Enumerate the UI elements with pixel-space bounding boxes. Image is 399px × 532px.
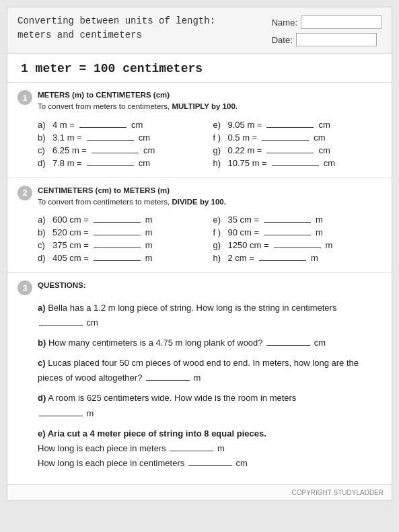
section2-left-col: a) 600 cm = m b) 520 cm = m c) 375 cm = … xyxy=(38,213,207,264)
main-rule: 1 meter = 100 centimeters xyxy=(7,54,392,83)
question-c: c) Lucas placed four 50 cm pieces of woo… xyxy=(38,356,382,385)
section1-header: 1 METERS (m) to CENTIMETERS (cm) To conv… xyxy=(17,89,382,113)
problem-row: d) 7.8 m = cm xyxy=(38,157,207,169)
section-3: 3 QUESTIONS: a) Bella has a 1.2 m long p… xyxy=(7,273,392,485)
q-e-text-bold: e) Aria cut a 4 meter piece of string in… xyxy=(38,426,382,441)
name-label: Name: xyxy=(272,17,297,28)
answer-line xyxy=(264,222,311,223)
answer-line xyxy=(264,235,311,235)
q-a-text: a) Bella has a 1.2 m long piece of strin… xyxy=(38,303,336,328)
answer-line-d xyxy=(39,416,83,416)
section3-desc: QUESTIONS: xyxy=(38,280,86,291)
name-field-row: Name: xyxy=(272,15,382,29)
problem-row: e) 35 cm = m xyxy=(213,213,382,226)
section3-header: 3 QUESTIONS: xyxy=(17,280,382,295)
problem-row: d) 405 cm = m xyxy=(38,252,207,264)
section2-header: 2 CENTIMETERS (cm) to METERS (m) To conv… xyxy=(17,185,382,208)
problem-row: b) 520 cm = m xyxy=(38,226,207,239)
question-e: e) Aria cut a 4 meter piece of string in… xyxy=(38,426,382,471)
section1-right-col: e) 9.05 m = cm f ) 0.5 m = cm g) 0.22 m … xyxy=(213,118,382,169)
answer-line xyxy=(87,165,134,166)
q-b-text: b) How many centimeters is a 4.75 m long… xyxy=(38,338,326,348)
answer-line xyxy=(94,235,141,235)
section1-desc: METERS (m) to CENTIMETERS (cm) To conver… xyxy=(38,89,238,113)
answer-line xyxy=(262,140,309,141)
question-d: d) A room is 625 centimeters wide. How w… xyxy=(38,391,382,420)
problem-row: h) 10.75 m = cm xyxy=(213,157,382,169)
answer-line xyxy=(94,248,141,248)
title-line2: meters and centimeters xyxy=(17,28,215,42)
name-input[interactable] xyxy=(301,15,382,29)
main-rule-text: 1 meter = 100 centimeters xyxy=(21,62,203,75)
date-input[interactable] xyxy=(296,33,377,46)
problem-row: a) 4 m = cm xyxy=(38,118,207,131)
problem-row: c) 375 cm = m xyxy=(38,239,207,252)
header-fields: Name: Date: xyxy=(272,15,382,46)
answer-line-e2 xyxy=(188,465,232,466)
footer-text: COPYRIGHT STUDYLADDER xyxy=(291,489,384,496)
answer-line xyxy=(87,140,134,141)
section2-subtitle: To convert from centimeters to meters, D… xyxy=(38,198,226,206)
section1-subtitle: To convert from meters to centimeters, M… xyxy=(38,102,238,110)
problem-row: f ) 0.5 m = cm xyxy=(213,131,382,144)
answer-line-c xyxy=(146,380,190,381)
answer-line xyxy=(94,260,141,261)
answer-line xyxy=(266,153,314,153)
date-label: Date: xyxy=(272,35,293,45)
problem-row: e) 9.05 m = cm xyxy=(213,118,382,131)
answer-line xyxy=(92,153,139,153)
answer-line xyxy=(259,260,306,261)
answer-line xyxy=(272,165,319,166)
section3-title: QUESTIONS: xyxy=(38,281,86,289)
answer-line-a xyxy=(39,325,83,326)
section-2: 2 CENTIMETERS (cm) to METERS (m) To conv… xyxy=(7,178,392,274)
problem-row: b) 3.1 m = cm xyxy=(38,131,207,144)
header-title: Converting between units of length: mete… xyxy=(17,14,215,42)
title-line1: Converting between units of length: xyxy=(17,14,215,28)
header: Converting between units of length: mete… xyxy=(7,7,392,54)
questions-body: a) Bella has a 1.2 m long piece of strin… xyxy=(38,301,382,471)
answer-line xyxy=(94,222,141,223)
section1-number: 1 xyxy=(17,90,32,105)
problem-row: c) 6.25 m = cm xyxy=(38,144,207,157)
problem-row: g) 0.22 m = cm xyxy=(213,144,382,157)
section3-number: 3 xyxy=(17,280,32,295)
problem-row: h) 2 cm = m xyxy=(213,252,382,264)
section-1: 1 METERS (m) to CENTIMETERS (cm) To conv… xyxy=(7,83,392,178)
section1-left-col: a) 4 m = cm b) 3.1 m = cm c) 6.25 m = cm xyxy=(38,118,207,169)
section2-problems: a) 600 cm = m b) 520 cm = m c) 375 cm = … xyxy=(38,213,382,264)
section2-title: CENTIMETERS (cm) to METERS (m) xyxy=(38,186,170,194)
problem-row: a) 600 cm = m xyxy=(38,213,207,226)
problem-row: f ) 90 cm = m xyxy=(213,226,382,239)
section1-title: METERS (m) to CENTIMETERS (cm) xyxy=(38,91,170,99)
problem-row: g) 1250 cm = m xyxy=(213,239,382,252)
question-a: a) Bella has a 1.2 m long piece of strin… xyxy=(38,301,382,330)
q-c-text: c) Lucas placed four 50 cm pieces of woo… xyxy=(38,358,359,383)
answer-line-b xyxy=(266,345,310,346)
answer-line-e1 xyxy=(170,451,213,451)
date-field-row: Date: xyxy=(272,33,382,46)
footer: COPYRIGHT STUDYLADDER xyxy=(7,485,392,500)
section2-desc: CENTIMETERS (cm) to METERS (m) To conver… xyxy=(38,185,226,208)
q-d-text: d) A room is 625 centimeters wide. How w… xyxy=(38,391,382,406)
section1-problems: a) 4 m = cm b) 3.1 m = cm c) 6.25 m = cm xyxy=(38,118,382,169)
question-b: b) How many centimeters is a 4.75 m long… xyxy=(38,336,382,350)
answer-line xyxy=(274,248,321,248)
section2-right-col: e) 35 cm = m f ) 90 cm = m g) 1250 cm = … xyxy=(213,213,382,264)
page: Converting between units of length: mete… xyxy=(7,7,392,501)
section2-number: 2 xyxy=(17,186,32,200)
answer-line xyxy=(266,127,314,128)
answer-line xyxy=(79,127,126,128)
